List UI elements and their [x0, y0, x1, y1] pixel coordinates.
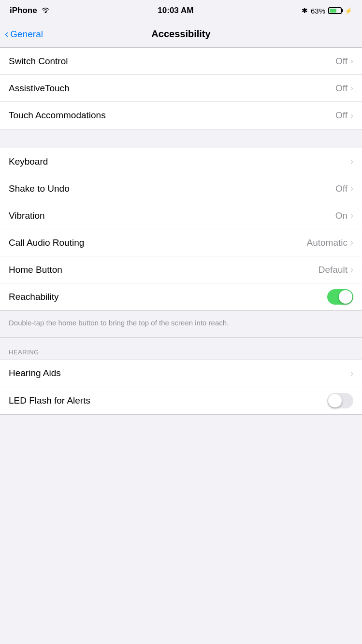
nav-bar: ‹ General Accessibility: [0, 21, 362, 47]
svg-point-0: [44, 12, 46, 13]
switch-control-right: Off ›: [335, 56, 353, 67]
switch-control-label: Switch Control: [9, 56, 68, 67]
status-time: 10:03 AM: [158, 6, 193, 15]
charging-icon: ⚡: [345, 7, 352, 14]
led-flash-item[interactable]: LED Flash for Alerts: [0, 387, 362, 414]
wifi-icon: [41, 6, 50, 15]
shake-to-undo-item[interactable]: Shake to Undo Off ›: [0, 175, 362, 202]
touch-accommodations-right: Off ›: [335, 110, 353, 121]
switch-control-value: Off: [335, 56, 348, 67]
led-flash-toggle[interactable]: [327, 393, 353, 408]
status-bar: iPhone 10:03 AM ✱ 63% ⚡: [0, 0, 362, 21]
reachability-note: Double-tap the home button to bring the …: [0, 311, 362, 338]
hearing-aids-item[interactable]: Hearing Aids ›: [0, 360, 362, 387]
interaction-group: Switch Control Off › AssistiveTouch Off …: [0, 47, 362, 129]
back-label: General: [10, 29, 43, 40]
vibration-label: Vibration: [9, 210, 45, 221]
call-audio-routing-right: Automatic ›: [307, 238, 353, 248]
keyboard-label: Keyboard: [9, 156, 48, 167]
carrier-text: iPhone: [10, 6, 37, 15]
touch-accommodations-item[interactable]: Touch Accommodations Off ›: [0, 102, 362, 129]
home-button-value: Default: [319, 265, 348, 275]
hearing-section-header: HEARING: [0, 338, 362, 360]
assistive-touch-label: AssistiveTouch: [9, 83, 70, 94]
touch-accommodations-label: Touch Accommodations: [9, 110, 106, 121]
hearing-header-label: HEARING: [9, 349, 39, 356]
call-audio-routing-chevron-icon: ›: [350, 238, 353, 248]
call-audio-routing-value: Automatic: [307, 238, 348, 248]
vibration-item[interactable]: Vibration On ›: [0, 202, 362, 229]
vibration-value: On: [335, 210, 348, 221]
keyboard-item[interactable]: Keyboard ›: [0, 148, 362, 175]
shake-to-undo-right: Off ›: [335, 183, 353, 194]
status-carrier: iPhone: [10, 6, 50, 15]
switch-control-item[interactable]: Switch Control Off ›: [0, 48, 362, 75]
back-chevron-icon: ‹: [5, 29, 8, 40]
led-flash-right: [327, 393, 353, 408]
touch-accommodations-value: Off: [335, 110, 348, 121]
vibration-right: On ›: [335, 210, 353, 221]
shake-to-undo-value: Off: [335, 183, 348, 194]
touch-accommodations-chevron-icon: ›: [350, 111, 353, 121]
call-audio-routing-label: Call Audio Routing: [9, 238, 84, 248]
hearing-aids-label: Hearing Aids: [9, 368, 61, 378]
reachability-toggle[interactable]: [327, 289, 353, 305]
toggle-knob: [339, 290, 352, 304]
assistive-touch-value: Off: [335, 83, 348, 94]
home-button-chevron-icon: ›: [350, 265, 353, 275]
hearing-aids-right: ›: [350, 368, 353, 378]
page-title: Accessibility: [151, 28, 210, 40]
hearing-aids-chevron-icon: ›: [350, 368, 353, 378]
keyboard-right: ›: [350, 156, 353, 167]
shake-to-undo-chevron-icon: ›: [350, 183, 353, 194]
vibration-chevron-icon: ›: [350, 210, 353, 221]
physical-group: Keyboard › Shake to Undo Off › Vibration…: [0, 148, 362, 311]
bluetooth-icon: ✱: [302, 6, 308, 15]
battery-fill: [330, 9, 336, 13]
keyboard-chevron-icon: ›: [350, 156, 353, 167]
assistive-touch-chevron-icon: ›: [350, 83, 353, 93]
assistive-touch-right: Off ›: [335, 83, 353, 94]
battery-percent: 63%: [311, 7, 325, 15]
call-audio-routing-item[interactable]: Call Audio Routing Automatic ›: [0, 229, 362, 256]
section-divider-1: [0, 129, 362, 148]
hearing-group: Hearing Aids › LED Flash for Alerts: [0, 360, 362, 415]
reachability-label: Reachability: [9, 292, 59, 302]
assistive-touch-item[interactable]: AssistiveTouch Off ›: [0, 75, 362, 102]
led-flash-label: LED Flash for Alerts: [9, 395, 90, 406]
home-button-right: Default ›: [319, 265, 353, 275]
shake-to-undo-label: Shake to Undo: [9, 183, 70, 194]
home-button-item[interactable]: Home Button Default ›: [0, 256, 362, 283]
home-button-label: Home Button: [9, 265, 62, 275]
reachability-item[interactable]: Reachability: [0, 283, 362, 310]
led-toggle-knob: [328, 394, 342, 407]
back-button[interactable]: ‹ General: [5, 29, 43, 40]
switch-control-chevron-icon: ›: [350, 56, 353, 66]
reachability-right: [327, 289, 353, 305]
battery-icon: [328, 7, 342, 14]
status-battery-area: ✱ 63% ⚡: [302, 6, 352, 15]
